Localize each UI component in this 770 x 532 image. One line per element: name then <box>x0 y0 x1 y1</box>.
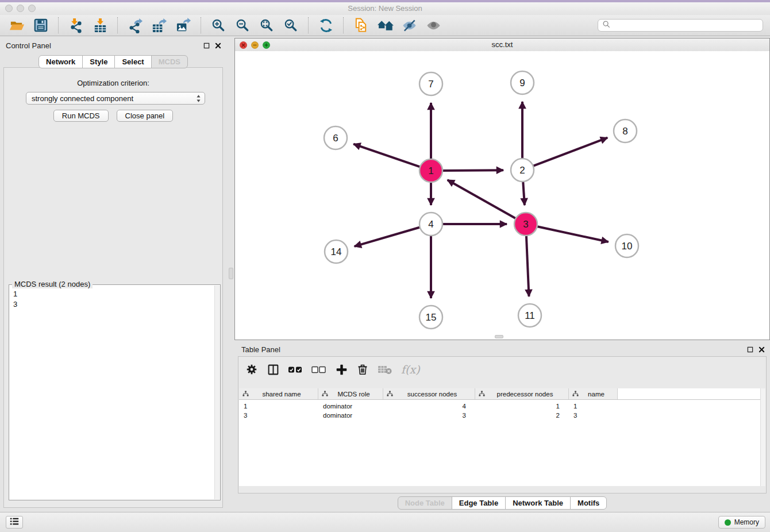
table-cell[interactable]: dominator <box>318 412 383 419</box>
table-scrollbar[interactable] <box>760 388 765 486</box>
new-network-from-selection-icon[interactable] <box>352 17 369 34</box>
result-scrollbar[interactable] <box>214 286 220 499</box>
table-row[interactable]: 3dominator323 <box>239 411 765 420</box>
close-panel-icon[interactable] <box>758 346 765 353</box>
table-cell[interactable]: 2 <box>475 412 569 419</box>
column-tree-icon <box>242 391 249 397</box>
toggle-column-display-icon[interactable] <box>267 363 279 376</box>
table-toolbar: f(x) <box>245 362 420 377</box>
close-network-button[interactable] <box>240 41 247 51</box>
table-cell[interactable]: dominator <box>318 403 383 410</box>
float-panel-icon[interactable] <box>746 346 754 353</box>
tab-network[interactable]: Network <box>38 55 83 68</box>
zoom-fit-icon[interactable] <box>258 17 275 34</box>
minimize-network-button[interactable] <box>251 41 259 51</box>
delete-columns-icon[interactable] <box>356 363 369 376</box>
save-session-icon[interactable] <box>32 17 49 34</box>
toolbar-separator <box>343 17 344 33</box>
horizontal-splitter-grip[interactable] <box>495 335 503 338</box>
tab-select[interactable]: Select <box>114 55 151 68</box>
graph-edge-3-11[interactable] <box>526 234 529 296</box>
graph-edge-3-10[interactable] <box>536 226 609 242</box>
export-network-icon[interactable] <box>126 17 144 34</box>
import-network-icon[interactable] <box>67 17 84 34</box>
graph-node-label: 9 <box>519 78 525 88</box>
run-mcds-button[interactable]: Run MCDS <box>53 110 109 122</box>
close-panel-button[interactable]: Close panel <box>117 110 174 122</box>
table-cell[interactable]: 1 <box>475 403 569 410</box>
apply-layout-refresh-icon[interactable] <box>317 17 334 34</box>
export-image-icon[interactable] <box>175 17 192 34</box>
control-panel-tabs: NetworkStyleSelectMCDS <box>0 55 226 68</box>
table-cell[interactable]: 1 <box>239 403 318 410</box>
zoom-window-button[interactable] <box>28 5 36 12</box>
unselect-all-columns-icon[interactable] <box>311 363 326 376</box>
table-cell[interactable]: 3 <box>569 412 618 419</box>
graph-edge-1-6[interactable] <box>353 144 421 168</box>
column-tree-icon <box>387 391 393 397</box>
tab-edge-table[interactable]: Edge Table <box>452 496 506 510</box>
table-cell[interactable]: 1 <box>569 403 618 410</box>
zoom-in-icon[interactable] <box>210 17 227 34</box>
network-graph[interactable]: 7968124314101511 <box>235 51 769 340</box>
open-file-icon[interactable] <box>8 17 25 34</box>
tab-network-table[interactable]: Network Table <box>505 496 571 510</box>
hide-graphics-details-icon[interactable] <box>401 17 418 34</box>
window-title: Session: New Session <box>0 2 770 15</box>
create-new-column-icon[interactable] <box>335 363 348 376</box>
mcds-result-box[interactable]: MCDS result (2 nodes) 13 <box>9 284 221 500</box>
network-window-titlebar[interactable]: scc.txt <box>235 38 769 52</box>
tab-style[interactable]: Style <box>82 55 115 68</box>
table-cell[interactable]: 3 <box>383 412 475 419</box>
graph-node-label: 6 <box>333 133 338 144</box>
show-graphics-details-icon[interactable] <box>425 17 442 34</box>
memory-button[interactable]: Memory <box>718 516 765 529</box>
tab-motifs[interactable]: Motifs <box>570 496 607 510</box>
graph-edge-2-8[interactable] <box>532 138 607 167</box>
float-panel-icon[interactable] <box>203 42 210 49</box>
control-panel-title: Control Panel <box>6 41 51 50</box>
graph-edge-3-1[interactable] <box>448 180 517 219</box>
select-all-columns-icon[interactable] <box>288 363 303 376</box>
column-header-successor-nodes[interactable]: successor nodes <box>383 388 475 399</box>
import-table-icon[interactable] <box>91 17 109 34</box>
close-panel-icon[interactable] <box>214 42 222 49</box>
table-cell[interactable]: 4 <box>383 403 475 410</box>
column-header-shared-name[interactable]: shared name <box>239 388 318 399</box>
tab-mcds[interactable]: MCDS <box>151 55 188 68</box>
control-panel: Control Panel NetworkStyleSelectMCDS Opt… <box>0 38 226 510</box>
vertical-splitter-grip[interactable] <box>229 268 233 279</box>
window-titlebar: Session: New Session <box>0 2 770 15</box>
task-history-button[interactable] <box>6 516 23 529</box>
column-header-MCDS-role[interactable]: MCDS role <box>318 388 383 399</box>
table-panel: Table Panel f(x) shared nameMCDS rolesuc… <box>234 342 770 510</box>
close-window-button[interactable] <box>5 5 13 12</box>
graph-node-label: 10 <box>622 241 633 252</box>
optimization-criterion-select[interactable]: strongly connected component <box>26 92 205 105</box>
network-canvas[interactable]: 7968124314101511 <box>235 51 769 340</box>
zoom-out-icon[interactable] <box>234 17 251 34</box>
graph-node-label: 15 <box>426 312 437 323</box>
function-builder-icon[interactable]: f(x) <box>401 363 420 376</box>
table-cell[interactable]: 3 <box>239 412 318 419</box>
tab-node-table[interactable]: Node Table <box>398 496 452 510</box>
first-neighbors-icon[interactable] <box>376 17 394 34</box>
column-header-name[interactable]: name <box>569 388 618 399</box>
search-box[interactable] <box>598 19 763 32</box>
search-input[interactable] <box>613 21 763 30</box>
export-table-icon[interactable] <box>151 17 168 34</box>
graph-edge-2-3[interactable] <box>523 180 525 205</box>
graph-node-label: 14 <box>331 246 342 257</box>
maximize-network-button[interactable] <box>263 41 270 51</box>
delete-table-icon[interactable] <box>378 363 392 376</box>
minimize-window-button[interactable] <box>17 5 24 12</box>
column-tree-icon <box>572 391 579 397</box>
column-header-predecessor-nodes[interactable]: predecessor nodes <box>475 388 569 399</box>
table-row[interactable]: 1dominator411 <box>239 402 765 411</box>
graph-edge-1-2[interactable] <box>441 170 503 171</box>
mcds-result-line: 1 <box>13 289 220 299</box>
zoom-selected-icon[interactable] <box>282 17 299 34</box>
graph-edge-4-14[interactable] <box>355 227 421 246</box>
graph-node-label: 4 <box>428 219 433 230</box>
table-settings-gear-icon[interactable] <box>245 363 258 376</box>
